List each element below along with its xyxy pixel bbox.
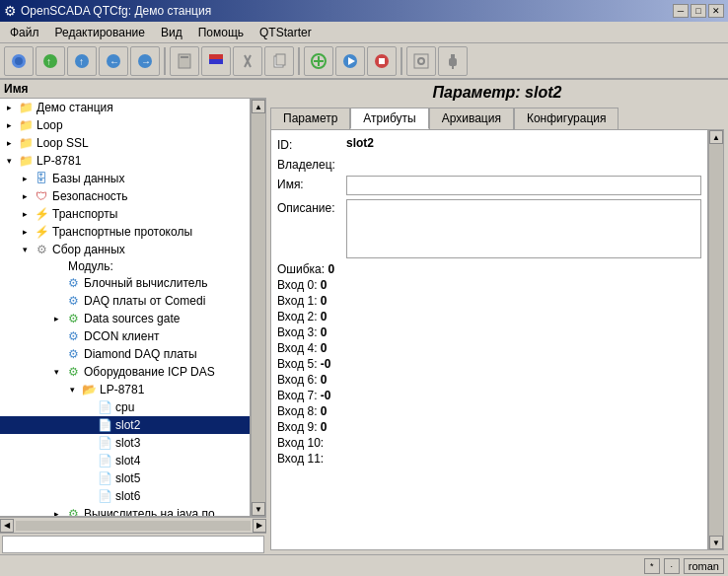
tree-item-slot4[interactable]: 📄slot4: [0, 452, 250, 469]
hscroll-right[interactable]: ▶: [253, 519, 266, 533]
tree-item-loop[interactable]: ▸📁Loop: [0, 116, 250, 134]
right-vscroll[interactable]: ▲ ▼: [708, 129, 724, 550]
tree-item-lp8781b[interactable]: ▾📂LP-8781: [0, 381, 250, 398]
label-icpdas: Оборудование ICP DAS: [84, 365, 215, 379]
expand-loopssl[interactable]: ▸: [2, 136, 16, 150]
svg-rect-27: [449, 58, 457, 66]
toolbar-btn-clipboard[interactable]: [170, 46, 199, 76]
right-content-area: ID: slot2 Владелец: Имя: Оп: [270, 129, 724, 550]
tree-item-slot6[interactable]: 📄slot6: [0, 487, 250, 505]
expand-slot5: [81, 471, 95, 485]
hscroll-track[interactable]: [16, 521, 251, 531]
tree-item-modul[interactable]: Модуль:: [0, 258, 250, 274]
icon-daqcomedi: ⚙: [65, 293, 81, 309]
maximize-button[interactable]: □: [691, 4, 706, 18]
tree-item-daqcomedi[interactable]: ⚙DAQ платы от Comedi: [0, 292, 250, 310]
tree-item-lp8781[interactable]: ▾📁LP-8781: [0, 152, 250, 170]
vscroll-thumb[interactable]: [252, 113, 265, 502]
close-button[interactable]: ✕: [708, 4, 724, 18]
tree-item-sec[interactable]: ▸🛡Безопасность: [0, 187, 250, 205]
label-collect: Сбор данных: [52, 243, 125, 256]
expand-demo[interactable]: ▸: [2, 101, 16, 114]
left-panel-wrapper: Имя ▸📁Демо станция▸📁Loop▸📁Loop SSL▾📁LP-8…: [0, 80, 266, 554]
svg-rect-28: [452, 66, 454, 69]
name-input[interactable]: [346, 176, 701, 195]
tree-item-loopssl[interactable]: ▸📁Loop SSL: [0, 134, 250, 152]
toolbar-btn-forward[interactable]: →: [130, 46, 160, 76]
data-row-6: Вход 5: -0: [277, 357, 701, 371]
menu-qtstarter[interactable]: QTStarter: [254, 24, 318, 41]
toolbar-btn-copy[interactable]: [264, 46, 294, 76]
desc-textarea[interactable]: [346, 199, 701, 258]
right-vscroll-down[interactable]: ▼: [709, 536, 723, 549]
toolbar-btn-settings[interactable]: [406, 46, 436, 76]
icon-loopssl: 📁: [18, 135, 34, 151]
vscroll-down[interactable]: ▼: [252, 502, 265, 516]
expand-transprot[interactable]: ▸: [18, 225, 32, 239]
tree-item-transprot[interactable]: ▸⚡Транспортные протоколы: [0, 223, 250, 241]
expand-loop[interactable]: ▸: [2, 118, 16, 132]
menu-help[interactable]: Помощь: [192, 24, 250, 41]
tree-item-slot3[interactable]: 📄slot3: [0, 434, 250, 452]
tree-item-demo[interactable]: ▸📁Демо станция: [0, 99, 250, 116]
hscroll-left[interactable]: ◀: [0, 519, 14, 533]
tree-item-trans[interactable]: ▸⚡Транспорты: [0, 205, 250, 223]
tab-attributes[interactable]: Атрибуты: [350, 108, 428, 129]
minimize-button[interactable]: ─: [673, 4, 689, 18]
toolbar-btn-play[interactable]: [335, 46, 365, 76]
expand-blockcomp: [49, 276, 63, 290]
tree-item-javacomp[interactable]: ▸⚙Вычислитель на java по...: [0, 505, 250, 517]
expand-datasrc[interactable]: ▸: [49, 312, 63, 325]
right-vscroll-up[interactable]: ▲: [709, 130, 723, 144]
expand-sec[interactable]: ▸: [18, 189, 32, 203]
tab-parameter[interactable]: Параметр: [270, 108, 350, 129]
label-datasrc: Data sources gate: [84, 312, 180, 325]
tree-vscroll[interactable]: ▲ ▼: [251, 99, 266, 517]
tab-config[interactable]: Конфигурация: [514, 108, 619, 129]
tree-item-dcon[interactable]: ⚙DCON клиент: [0, 327, 250, 345]
tree-item-collect[interactable]: ▾⚙Сбор данных: [0, 241, 250, 258]
expand-cpu: [81, 400, 95, 414]
toolbar-btn-stop[interactable]: [367, 46, 397, 76]
tree-item-cpu[interactable]: 📄cpu: [0, 398, 250, 416]
left-hscroll[interactable]: ◀ ▶: [0, 517, 266, 533]
label-transprot: Транспортные протоколы: [52, 225, 192, 239]
toolbar-btn-sync[interactable]: [304, 46, 333, 76]
tree-item-datasrc[interactable]: ▸⚙Data sources gate: [0, 310, 250, 327]
toolbar-btn-plug[interactable]: [438, 46, 468, 76]
status-btn-dot[interactable]: ·: [664, 558, 680, 574]
expand-collect[interactable]: ▾: [18, 243, 32, 256]
label-demo: Демо станция: [36, 101, 113, 114]
vscroll-up[interactable]: ▲: [252, 100, 265, 113]
label-trans: Транспорты: [52, 207, 117, 221]
status-user[interactable]: roman: [684, 558, 724, 574]
icon-trans: ⚡: [34, 206, 49, 222]
tree-item-slot2[interactable]: 📄slot2: [0, 416, 250, 434]
expand-javacomp[interactable]: ▸: [49, 507, 63, 517]
tree-item-db[interactable]: ▸🗄Базы данных: [0, 170, 250, 187]
expand-db[interactable]: ▸: [18, 172, 32, 185]
status-btn-star[interactable]: *: [644, 558, 660, 574]
expand-lp8781[interactable]: ▾: [2, 154, 16, 168]
toolbar-btn-cut[interactable]: [233, 46, 262, 76]
menu-view[interactable]: Вид: [155, 24, 188, 41]
toolbar-btn-up[interactable]: ↑: [67, 46, 97, 76]
toolbar-btn-refresh[interactable]: ↑: [36, 46, 65, 76]
menu-file[interactable]: Файл: [4, 24, 45, 41]
expand-icpdas[interactable]: ▾: [49, 365, 63, 379]
expand-slot3: [81, 436, 95, 450]
toolbar-btn-home[interactable]: [4, 46, 34, 76]
menu-edit[interactable]: Редактирование: [49, 24, 151, 41]
tree-item-icpdas[interactable]: ▾⚙Оборудование ICP DAS: [0, 363, 250, 381]
right-vscroll-thumb[interactable]: [709, 144, 723, 536]
toolbar-btn-flag[interactable]: [201, 46, 231, 76]
tree-search-input[interactable]: [2, 536, 264, 553]
tree-item-slot5[interactable]: 📄slot5: [0, 469, 250, 487]
label-modul: Модуль:: [68, 259, 113, 273]
tab-archive[interactable]: Архивация: [429, 108, 514, 129]
tree-item-blockcomp[interactable]: ⚙Блочный вычислитель: [0, 274, 250, 292]
expand-lp8781b[interactable]: ▾: [65, 383, 79, 396]
toolbar-btn-back[interactable]: ←: [99, 46, 128, 76]
expand-trans[interactable]: ▸: [18, 207, 32, 221]
tree-item-diamond[interactable]: ⚙Diamond DAQ платы: [0, 345, 250, 363]
